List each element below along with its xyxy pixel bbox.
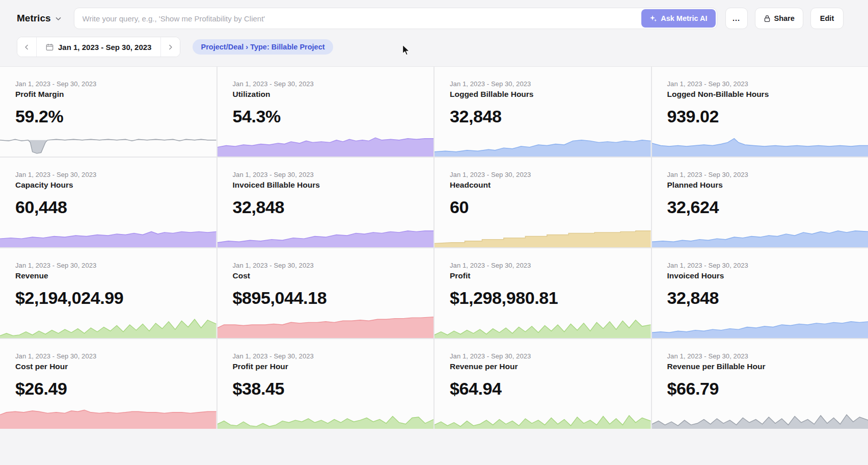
- card-date-range: Jan 1, 2023 - Sep 30, 2023: [450, 80, 641, 88]
- sparkline-chart: [435, 315, 651, 338]
- card-title: Capacity Hours: [15, 180, 206, 190]
- sparkline-chart: [0, 315, 216, 338]
- sparkline-chart: [652, 224, 868, 247]
- lock-icon: [764, 15, 771, 22]
- metric-card-profit-margin[interactable]: Jan 1, 2023 - Sep 30, 2023 Profit Margin…: [0, 67, 216, 157]
- chevron-left-icon: [23, 44, 30, 50]
- card-date-range: Jan 1, 2023 - Sep 30, 2023: [667, 80, 858, 88]
- ask-ai-label: Ask Metric AI: [661, 14, 707, 22]
- next-period-button[interactable]: [160, 37, 180, 57]
- metric-card-utilization[interactable]: Jan 1, 2023 - Sep 30, 2023 Utilization 5…: [218, 67, 434, 157]
- sparkles-icon: [649, 15, 657, 22]
- filter-chip-label: Project/Deal › Type: Billable Project: [201, 43, 324, 51]
- sparkline-chart: [218, 224, 434, 247]
- card-title: Revenue: [15, 271, 206, 280]
- card-date-range: Jan 1, 2023 - Sep 30, 2023: [667, 171, 858, 178]
- metric-card-planned-hours[interactable]: Jan 1, 2023 - Sep 30, 2023 Planned Hours…: [652, 158, 868, 247]
- top-toolbar: Metrics Ask Metric AI ... Share Edit: [0, 0, 868, 57]
- metric-card-profit[interactable]: Jan 1, 2023 - Sep 30, 2023 Profit $1,298…: [435, 248, 651, 338]
- card-value: 59.2%: [15, 107, 206, 126]
- sparkline-chart: [652, 133, 868, 157]
- card-date-range: Jan 1, 2023 - Sep 30, 2023: [15, 262, 206, 269]
- calendar-icon: [46, 43, 53, 51]
- card-date-range: Jan 1, 2023 - Sep 30, 2023: [15, 80, 206, 88]
- metric-card-logged-non-billable-hours[interactable]: Jan 1, 2023 - Sep 30, 2023 Logged Non-Bi…: [652, 67, 868, 157]
- card-title: Revenue per Hour: [450, 362, 641, 371]
- metric-card-invoiced-hours[interactable]: Jan 1, 2023 - Sep 30, 2023 Invoiced Hour…: [652, 248, 868, 338]
- sparkline-chart: [218, 405, 434, 429]
- card-title: Logged Billable Hours: [450, 90, 641, 99]
- card-title: Invoiced Billable Hours: [233, 180, 424, 190]
- sparkline-chart: [435, 133, 651, 157]
- metric-card-profit-per-hour[interactable]: Jan 1, 2023 - Sep 30, 2023 Profit per Ho…: [218, 339, 434, 429]
- sparkline-chart: [0, 224, 216, 247]
- card-value: $1,298,980.81: [450, 288, 641, 308]
- card-date-range: Jan 1, 2023 - Sep 30, 2023: [233, 171, 424, 178]
- card-value: 54.3%: [233, 107, 424, 126]
- metric-card-revenue-per-billable-hour[interactable]: Jan 1, 2023 - Sep 30, 2023 Revenue per B…: [652, 339, 868, 429]
- card-title: Planned Hours: [667, 180, 858, 190]
- metric-card-revenue[interactable]: Jan 1, 2023 - Sep 30, 2023 Revenue $2,19…: [0, 248, 216, 338]
- card-title: Headcount: [450, 180, 641, 190]
- metric-card-headcount[interactable]: Jan 1, 2023 - Sep 30, 2023 Headcount 60: [435, 158, 651, 247]
- more-options-button[interactable]: ...: [725, 8, 748, 29]
- card-value: $38.45: [233, 379, 424, 399]
- metric-card-capacity-hours[interactable]: Jan 1, 2023 - Sep 30, 2023 Capacity Hour…: [0, 158, 216, 247]
- card-date-range: Jan 1, 2023 - Sep 30, 2023: [667, 352, 858, 360]
- ellipsis-icon: ...: [733, 14, 740, 22]
- card-value: 32,624: [667, 197, 858, 217]
- card-date-range: Jan 1, 2023 - Sep 30, 2023: [233, 352, 424, 360]
- edit-button[interactable]: Edit: [810, 8, 844, 29]
- edit-label: Edit: [820, 14, 834, 22]
- card-date-range: Jan 1, 2023 - Sep 30, 2023: [450, 352, 641, 360]
- share-label: Share: [774, 14, 795, 22]
- card-title: Invoiced Hours: [667, 271, 858, 280]
- metric-card-cost[interactable]: Jan 1, 2023 - Sep 30, 2023 Cost $895,044…: [218, 248, 434, 338]
- metric-card-cost-per-hour[interactable]: Jan 1, 2023 - Sep 30, 2023 Cost per Hour…: [0, 339, 216, 429]
- card-value: $64.94: [450, 379, 641, 399]
- chevron-right-icon: [167, 44, 174, 50]
- page-title: Metrics: [17, 13, 51, 24]
- card-title: Profit Margin: [15, 90, 206, 99]
- card-value: $2,194,024.99: [15, 288, 206, 308]
- card-value: 60: [450, 197, 641, 217]
- filter-chip-billable-project[interactable]: Project/Deal › Type: Billable Project: [193, 39, 333, 55]
- sparkline-chart: [0, 133, 216, 157]
- card-date-range: Jan 1, 2023 - Sep 30, 2023: [667, 262, 858, 269]
- query-input[interactable]: [74, 8, 717, 29]
- card-date-range: Jan 1, 2023 - Sep 30, 2023: [233, 262, 424, 269]
- metric-card-logged-billable-hours[interactable]: Jan 1, 2023 - Sep 30, 2023 Logged Billab…: [435, 67, 651, 157]
- card-date-range: Jan 1, 2023 - Sep 30, 2023: [233, 80, 424, 88]
- card-date-range: Jan 1, 2023 - Sep 30, 2023: [450, 262, 641, 269]
- card-date-range: Jan 1, 2023 - Sep 30, 2023: [15, 171, 206, 178]
- card-value: $895,044.18: [233, 288, 424, 308]
- card-value: 32,848: [450, 107, 641, 126]
- card-date-range: Jan 1, 2023 - Sep 30, 2023: [15, 352, 206, 360]
- ask-metric-ai-button[interactable]: Ask Metric AI: [641, 9, 715, 28]
- card-title: Cost per Hour: [15, 362, 206, 371]
- metric-card-invoiced-billable-hours[interactable]: Jan 1, 2023 - Sep 30, 2023 Invoiced Bill…: [218, 158, 434, 247]
- card-title: Profit per Hour: [233, 362, 424, 371]
- prev-period-button[interactable]: [17, 37, 37, 57]
- card-value: 939.02: [667, 107, 858, 126]
- sparkline-chart: [218, 315, 434, 338]
- card-value: $26.49: [15, 379, 206, 399]
- chevron-down-icon[interactable]: [55, 15, 62, 22]
- card-title: Revenue per Billable Hour: [667, 362, 858, 371]
- card-title: Cost: [233, 271, 424, 280]
- sparkline-chart: [652, 405, 868, 429]
- sparkline-chart: [435, 224, 651, 247]
- metric-card-revenue-per-hour[interactable]: Jan 1, 2023 - Sep 30, 2023 Revenue per H…: [435, 339, 651, 429]
- metrics-grid: Jan 1, 2023 - Sep 30, 2023 Profit Margin…: [0, 66, 868, 429]
- sparkline-chart: [0, 405, 216, 429]
- sparkline-chart: [218, 133, 434, 157]
- sparkline-chart: [435, 405, 651, 429]
- card-value: 32,848: [667, 288, 858, 308]
- date-range-button[interactable]: Jan 1, 2023 - Sep 30, 2023: [37, 37, 160, 57]
- card-title: Logged Non-Billable Hours: [667, 90, 858, 99]
- date-range-navigator: Jan 1, 2023 - Sep 30, 2023: [17, 37, 180, 57]
- sparkline-chart: [652, 315, 868, 338]
- card-title: Profit: [450, 271, 641, 280]
- share-button[interactable]: Share: [755, 8, 803, 29]
- card-date-range: Jan 1, 2023 - Sep 30, 2023: [450, 171, 641, 178]
